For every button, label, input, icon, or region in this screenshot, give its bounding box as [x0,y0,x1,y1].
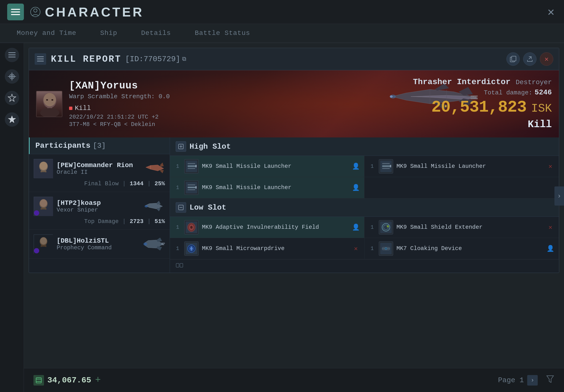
participant-ship-icon [143,160,165,177]
next-page-button[interactable]: › [527,375,538,386]
tab-battle-status[interactable]: Battle Status [183,24,262,42]
svg-rect-66 [161,244,164,245]
slot-item: 1 MK9 Small Missile Launche [364,156,559,177]
sidebar-crosshair-icon[interactable] [5,69,19,84]
svg-rect-82 [188,187,195,188]
high-slot-icon [176,141,186,152]
slot-item-icon [184,220,199,235]
next-page-icon: › [531,377,534,384]
slot-action-icon: 👤 [352,223,360,231]
right-panel-button[interactable]: › [554,186,564,206]
currency-amount: 34,067.65 [47,376,91,385]
svg-rect-14 [37,56,44,57]
high-slot-header: High Slot [170,138,559,156]
svg-marker-54 [157,201,161,205]
top-close-button[interactable]: ✕ [545,2,557,21]
svg-point-36 [390,95,393,98]
participant-ship-icon [143,198,165,215]
kill-result: Kill [413,119,552,130]
x-icon: ✕ [354,245,358,252]
participant-name: [HTP2]koasp [57,199,139,207]
damage-pct: 51% [155,218,165,225]
participant-item[interactable]: [HTP2]koasp Vexor Sniper [29,192,170,230]
svg-marker-63 [157,238,162,242]
kill-report-banner: [XAN]Yoruus Warp Scramble Strength: 0.0 … [29,70,559,138]
slots-panel: High Slot 1 [170,138,559,273]
add-currency-button[interactable]: + [95,375,101,386]
victim-avatar [36,91,62,117]
person-icon: 👤 [352,224,360,231]
slot-item-icon [184,241,199,256]
svg-point-23 [51,99,53,101]
svg-point-59 [40,237,47,245]
damage-line: Total damage: 5246 [413,88,552,97]
participant-top: [DBL]HolziSTL Prophecy Command [34,235,165,254]
slot-item-icon [379,220,393,235]
sidebar-menu-icon[interactable] [5,48,19,62]
svg-line-19 [529,57,531,59]
kill-label: Kill [75,104,91,112]
slot-item-name: MK9 Small Missile Launcher [202,163,348,170]
rank-badge [34,210,39,216]
role-label: Top Damage [84,218,119,225]
tab-money-time[interactable]: Money and Time [5,24,88,42]
person-icon: 👤 [547,245,554,252]
low-slot-icon [176,202,186,213]
page-title: CHARACTER [45,4,144,19]
svg-rect-6 [8,55,15,55]
slot-item-icon [184,181,199,195]
slot-action-icon: ✕ [352,245,360,253]
participant-top: [PEW]Commander Rion Oracle II [34,159,165,178]
slot-item-name: MK9 Small Microwarpdrive [202,245,348,252]
kill-report-menu-icon[interactable] [35,53,46,65]
slot-item: 1 MK9 Small Missile Launche [170,177,364,198]
slot-number: 1 [174,185,181,191]
victim-info: [XAN]Yoruus Warp Scramble Strength: 0.0 … [69,80,170,128]
svg-rect-7 [8,57,15,57]
slot-action-icon: 👤 [352,183,360,192]
slot-number: 1 [174,246,181,252]
sidebar-star-outline-icon[interactable] [5,91,19,105]
kill-report-close-button[interactable]: ✕ [540,52,553,66]
svg-point-21 [43,93,56,106]
svg-point-41 [40,162,47,170]
damage-pct: 25% [155,181,165,187]
participant-ship: Oracle II [57,169,139,175]
currency-icon [33,375,44,386]
role-label: Final Blow [84,181,119,187]
victim-name: [XAN]Yoruus [69,80,170,92]
sidebar-star-filled-icon[interactable] [5,112,19,127]
slot-item-icon [379,241,393,256]
slot-item: 1 MK9 Adaptive Invulnerability Field [170,217,364,238]
low-slot-grid: 1 MK9 Adaptive Invulnerability Field [170,217,559,259]
slot-item-icon [184,159,199,174]
character-icon [30,6,41,18]
participant-ship-icon [143,236,165,252]
isk-line: 20,531,823 ISK [413,98,552,116]
participant-info: [DBL]HolziSTL Prophecy Command [57,237,139,251]
tab-details[interactable]: Details [129,24,183,42]
participant-top: [HTP2]koasp Vexor Sniper [34,197,165,216]
svg-rect-78 [382,163,390,164]
tab-ship[interactable]: Ship [88,24,129,42]
kill-report-header: KILL REPORT [ID:7705729] ⧉ [29,48,559,70]
page-label: Page 1 [498,376,524,384]
isk-label: ISK [531,102,552,115]
slot-item-name: MK9 Adaptive Invulnerability Field [202,224,348,231]
victim-warp-scramble: Warp Scramble Strength: 0.0 [69,93,170,100]
x-icon: ✕ [549,163,552,170]
right-arrow-icon: › [557,192,561,200]
copy-button[interactable] [506,52,520,66]
participant-item[interactable]: [DBL]HolziSTL Prophecy Command [29,230,170,259]
svg-point-95 [387,225,389,227]
kill-report-copy-icon[interactable]: ⧉ [182,56,186,62]
page-info: Page 1 › [498,375,554,386]
menu-button[interactable] [7,4,24,20]
export-button[interactable] [523,52,536,66]
svg-rect-107 [36,378,41,383]
rank-badge [34,248,39,253]
filter-button[interactable] [546,375,554,386]
participant-item[interactable]: [PEW]Commander Rion Oracle II [29,154,170,192]
avatar-image [37,91,62,117]
participant-ship: Vexor Sniper [57,207,139,213]
